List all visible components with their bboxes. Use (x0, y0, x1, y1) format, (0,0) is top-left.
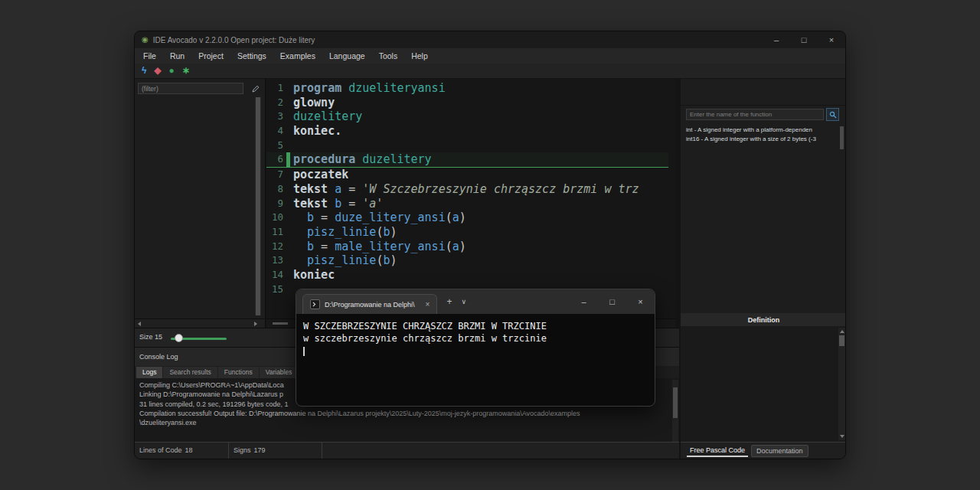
code-line-10[interactable]: 10 b = duze_litery_ansi(a) (266, 211, 668, 225)
code-line-3[interactable]: 3duzelitery (266, 109, 668, 124)
font-size-value: 15 (155, 333, 162, 341)
line-number: 15 (266, 283, 283, 297)
tab-close-icon[interactable]: × (426, 300, 430, 309)
console-tab-functions[interactable]: Functions (218, 367, 259, 378)
toolbar: ϟ◆●∗ (135, 64, 845, 79)
line-number: 8 (266, 182, 283, 197)
scroll-up-icon[interactable] (840, 330, 844, 333)
code-line-7[interactable]: 7poczatek (266, 168, 668, 182)
terminal-tab-title: D:\Programowanie na Delphi\ (325, 301, 415, 309)
close-icon[interactable]: × (818, 31, 845, 48)
code-text: koniec (290, 268, 335, 283)
function-result[interactable]: int - A signed integer with a platform-d… (686, 126, 836, 135)
console-tab-variables[interactable]: Variables (260, 367, 299, 378)
messages-icon[interactable]: ● (169, 64, 175, 78)
window-title: IDE Avocado v 2.2.0.0 Open project: Duże… (153, 36, 315, 44)
line-number: 2 (266, 96, 283, 110)
close-icon[interactable]: × (626, 289, 655, 314)
terminal-tab[interactable]: D:\Programowanie na Delphi\ × (302, 294, 437, 314)
search-icon[interactable] (826, 108, 839, 121)
code-editor[interactable]: 1program dzueliteryansi2glowny3duzeliter… (266, 79, 676, 318)
log-line: Compilation successful! Output file: D:\… (139, 409, 670, 418)
log-vertical-scrollbar[interactable] (672, 380, 678, 442)
code-line-12[interactable]: 12 b = male_litery_ansi(a) (266, 240, 668, 254)
right-panel: int - A signed integer with a platform-d… (681, 79, 846, 459)
code-text: duzelitery (290, 109, 362, 124)
sidebar-horizontal-scrollbar[interactable] (135, 318, 265, 328)
window-controls: – □ × (763, 31, 845, 48)
code-line-14[interactable]: 14koniec (266, 268, 668, 283)
minimize-icon[interactable]: – (570, 289, 598, 314)
function-search-input[interactable] (686, 109, 824, 120)
code-line-11[interactable]: 11 pisz_linie(b) (266, 225, 668, 240)
console-tab-logs[interactable]: Logs (136, 367, 162, 378)
terminal-output[interactable]: W SZCZEBRZESZYNIE CHRZĄSZCZ BRZMI W TRZC… (296, 314, 655, 363)
right-tab-documentation[interactable]: Documentation (751, 445, 808, 457)
terminal-cursor (303, 347, 305, 356)
console-tab-search-results[interactable]: Search results (163, 367, 217, 378)
code-text: koniec. (290, 124, 341, 139)
line-number: 12 (266, 240, 283, 254)
line-number: 3 (266, 109, 283, 124)
terminal-window-controls: – □ × (570, 289, 655, 314)
ide-window: ◉ IDE Avocado v 2.2.0.0 Open project: Du… (134, 31, 846, 459)
scroll-down-icon[interactable] (840, 435, 844, 438)
maximize-icon[interactable]: □ (790, 31, 818, 48)
code-text: program dzueliteryansi (290, 81, 446, 96)
new-tab-icon[interactable]: + (446, 296, 452, 307)
code-text: pisz_linie(b) (290, 225, 397, 240)
run-icon[interactable]: ϟ (142, 64, 146, 78)
code-text: tekst a = 'W Szczebrzeszynie chrząszcz b… (290, 182, 639, 197)
packages-icon[interactable]: ◆ (154, 64, 161, 78)
results-scrollbar[interactable] (839, 125, 844, 309)
project-tree-panel (135, 79, 266, 328)
right-tab-free-pascal-code[interactable]: Free Pascal Code (687, 444, 748, 457)
chevron-down-icon[interactable]: ∨ (461, 298, 466, 305)
menu-item-run[interactable]: Run (163, 48, 191, 64)
maximize-icon[interactable]: □ (598, 289, 626, 314)
menu-item-file[interactable]: File (136, 48, 163, 64)
code-text (290, 283, 293, 297)
menu-item-settings[interactable]: Settings (230, 48, 273, 64)
menu-item-project[interactable]: Project (191, 48, 230, 64)
code-line-2[interactable]: 2glowny (266, 96, 668, 110)
minimize-icon[interactable]: – (763, 31, 790, 48)
code-line-8[interactable]: 8tekst a = 'W Szczebrzeszynie chrząszcz … (266, 182, 668, 197)
line-number: 5 (266, 139, 283, 153)
code-line-5[interactable]: 5 (266, 139, 668, 153)
menu-item-help[interactable]: Help (404, 48, 435, 64)
sidebar-vertical-scrollbar[interactable] (255, 97, 261, 315)
code-line-6[interactable]: 6procedura duzelitery (266, 152, 668, 168)
line-number: 6 (266, 152, 283, 167)
status-bar: Lines of Code18 Signs179 (135, 442, 679, 459)
code-line-13[interactable]: 13 pisz_linie(b) (266, 253, 668, 268)
scroll-left-icon[interactable] (138, 322, 141, 326)
function-result[interactable]: int16 - A signed integer with a size of … (686, 135, 836, 144)
code-line-1[interactable]: 1program dzueliteryansi (266, 81, 668, 96)
code-text: procedura duzelitery (290, 152, 432, 167)
code-text (290, 139, 293, 153)
definition-scrollbar[interactable] (838, 328, 845, 440)
editor-lines: 1program dzueliteryansi2glowny3duzeliter… (266, 81, 668, 296)
menu-item-examples[interactable]: Examples (273, 48, 322, 64)
code-text: tekst b = 'a' (290, 197, 383, 211)
line-number: 13 (266, 253, 283, 268)
line-number: 11 (266, 225, 283, 240)
terminal-window[interactable]: D:\Programowanie na Delphi\ × + ∨ – □ × … (296, 289, 655, 407)
edit-icon[interactable] (250, 83, 261, 94)
filter-input[interactable] (138, 83, 243, 94)
status-lines-of-code: Lines of Code18 (135, 443, 229, 459)
app-icon: ◉ (142, 31, 149, 48)
console-log-title: Console Log (135, 353, 178, 361)
definition-header: Definition (681, 313, 846, 326)
font-size-slider-thumb[interactable] (175, 334, 183, 342)
terminal-title-bar: D:\Programowanie na Delphi\ × + ∨ – □ × (296, 289, 655, 314)
terminal-icon (310, 299, 320, 309)
menu-item-language[interactable]: Language (322, 48, 372, 64)
scroll-right-icon[interactable] (254, 322, 257, 326)
menu-item-tools[interactable]: Tools (372, 48, 405, 64)
plugins-icon[interactable]: ∗ (182, 64, 190, 78)
code-line-4[interactable]: 4koniec. (266, 124, 668, 139)
right-panel-tabs: Free Pascal CodeDocumentation (681, 442, 846, 459)
code-line-9[interactable]: 9tekst b = 'a' (266, 197, 668, 211)
